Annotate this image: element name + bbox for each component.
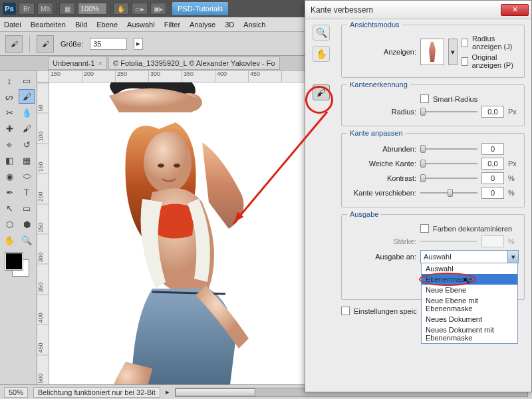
- ruler-vertical[interactable]: 50100150200250300350400450500: [37, 82, 49, 384]
- screenmode-button[interactable]: ▣▸: [150, 3, 166, 15]
- output-dropdown[interactable]: Auswahl ▾ Auswahl Ebenenmaske ↖ Neue Ebe…: [420, 250, 519, 263]
- view-extras-button[interactable]: ▦: [59, 3, 75, 15]
- menu-bearbeiten[interactable]: Bearbeiten: [31, 21, 66, 29]
- size-label: Größe:: [61, 40, 83, 48]
- zoom-level[interactable]: 100%: [78, 3, 107, 15]
- dialog-title: Kante verbessern: [308, 5, 501, 15]
- minibridge-button[interactable]: Mb: [37, 3, 53, 15]
- stamp-tool[interactable]: ⎆: [1, 137, 17, 152]
- path-tool[interactable]: ↖: [1, 201, 17, 215]
- radius-checkbox[interactable]: [462, 39, 468, 47]
- refine-edge-dialog: Kante verbessern ✕ 🔍 ✋ 🖌 Ansichtsmodus A…: [305, 0, 532, 392]
- dd-item-neues-dok-mask[interactable]: Neues Dokument mit Ebenenmaske: [422, 325, 517, 343]
- feather-value[interactable]: 0,0: [481, 158, 504, 170]
- adjust-panel: Kante anpassen Abrunden:0 Weiche Kante:0…: [341, 133, 525, 207]
- svg-point-2: [158, 164, 164, 168]
- tools-panel: ↕ ▭ ᔕ 🖌 ✂ 💧 ✚ 🖌 ⎆ ↺ ◧ ▦ ◉ ⬭ ✒ T ↖ ▭ ⬡ ⬢ …: [0, 70, 37, 384]
- history-brush-tool[interactable]: ↺: [19, 137, 35, 152]
- dd-item-neue-ebene-mask[interactable]: Neue Ebene mit Ebenenmaske: [422, 295, 517, 314]
- view-dropdown-arrow[interactable]: ▾: [448, 39, 458, 65]
- menu-auswahl[interactable]: Auswahl: [127, 21, 155, 29]
- menu-ansicht[interactable]: Ansich: [243, 21, 265, 29]
- move-tool[interactable]: ↕: [1, 73, 17, 88]
- viewmode-panel: Ansichtsmodus Anzeigen: ▾ Radius anzeige…: [341, 25, 525, 78]
- dd-item-ebenenmaske[interactable]: Ebenenmaske ↖: [422, 274, 517, 285]
- 3d-camera-tool[interactable]: ⬢: [19, 217, 35, 231]
- view-thumbnail[interactable]: [420, 39, 444, 65]
- chevron-down-icon[interactable]: ▾: [507, 251, 518, 263]
- pen-tool[interactable]: ✒: [1, 185, 17, 200]
- shift-value[interactable]: 0: [481, 187, 504, 199]
- quickselect-tool[interactable]: 🖌: [19, 89, 35, 104]
- size-input[interactable]: 35: [90, 38, 127, 50]
- app-icon: Ps: [3, 3, 16, 15]
- size-stepper[interactable]: ▸: [134, 38, 143, 50]
- brush-preset[interactable]: 🖌: [37, 35, 54, 53]
- smooth-slider[interactable]: [420, 144, 477, 154]
- smartradius-checkbox[interactable]: [420, 94, 429, 103]
- current-tool-icon[interactable]: 🖌: [5, 35, 23, 53]
- hand-tool-icon[interactable]: ✋: [313, 46, 330, 62]
- feather-slider[interactable]: [420, 158, 477, 169]
- decontaminate-checkbox[interactable]: [420, 224, 429, 233]
- menu-analyse[interactable]: Analyse: [190, 21, 215, 29]
- original-checkbox[interactable]: [462, 57, 468, 66]
- radius-value[interactable]: 0,0: [481, 106, 504, 118]
- type-tool[interactable]: T: [19, 185, 35, 200]
- radius-slider[interactable]: [420, 106, 477, 117]
- close-icon[interactable]: ×: [98, 59, 102, 67]
- dodge-tool[interactable]: ⬭: [19, 169, 35, 184]
- remember-label: Einstellungen speic: [354, 307, 417, 315]
- blur-tool[interactable]: ◉: [1, 169, 17, 184]
- arrange-button[interactable]: ▭▸: [132, 3, 148, 15]
- tutorials-tab[interactable]: PSD-Tutorials: [172, 2, 228, 15]
- output-panel: Ausgabe Farben dekontaminieren Stärke:% …: [341, 214, 525, 300]
- marquee-tool[interactable]: ▭: [19, 73, 35, 88]
- brush-tool[interactable]: 🖌: [19, 121, 35, 136]
- shift-slider[interactable]: [420, 188, 477, 198]
- contrast-value[interactable]: 0: [481, 172, 504, 184]
- output-dropdown-list: Auswahl Ebenenmaske ↖ Neue Ebene Neue Eb…: [421, 263, 518, 344]
- eyedropper-tool[interactable]: 💧: [19, 105, 35, 120]
- lasso-tool[interactable]: ᔕ: [1, 89, 17, 104]
- dd-item-neue-ebene[interactable]: Neue Ebene: [422, 285, 517, 295]
- status-zoom[interactable]: 50%: [4, 387, 28, 398]
- close-button[interactable]: ✕: [501, 4, 529, 16]
- edgedetect-panel: Kantenerkennung Smart-Radius Radius: 0,0…: [341, 84, 525, 126]
- menu-bild[interactable]: Bild: [75, 21, 87, 29]
- hand-button[interactable]: ✋: [113, 3, 129, 15]
- menu-filter[interactable]: Filter: [164, 21, 180, 29]
- eraser-tool[interactable]: ◧: [1, 153, 17, 168]
- zoom-tool-icon[interactable]: 🔍: [313, 25, 330, 41]
- refine-brush-icon[interactable]: 🖌: [313, 84, 330, 100]
- zoom-tool[interactable]: 🔍: [19, 233, 35, 247]
- status-message: Belichtung funktioniert nur bei 32-Bit: [33, 387, 160, 398]
- menu-datei[interactable]: Datei: [4, 21, 21, 29]
- remember-checkbox[interactable]: [341, 307, 350, 315]
- menu-ebene[interactable]: Ebene: [96, 21, 118, 29]
- doc-tab-2[interactable]: © Fotolia_13395920_L © Alexander Yakovle…: [108, 57, 280, 70]
- heal-tool[interactable]: ✚: [1, 121, 17, 136]
- dd-item-neues-dok[interactable]: Neues Dokument: [422, 314, 517, 325]
- svg-point-3: [174, 164, 180, 168]
- strength-slider: [420, 236, 477, 247]
- show-label: Anzeigen:: [347, 48, 416, 56]
- foreground-swatch[interactable]: [5, 253, 23, 270]
- bridge-button[interactable]: Br: [19, 3, 35, 15]
- dd-item-auswahl[interactable]: Auswahl: [422, 263, 517, 274]
- menu-3d[interactable]: 3D: [225, 21, 234, 29]
- doc-tab-1[interactable]: Unbenannt-1×: [48, 57, 107, 70]
- hand-tool[interactable]: ✋: [1, 233, 17, 247]
- dialog-titlebar[interactable]: Kante verbessern ✕: [305, 1, 531, 19]
- smooth-value[interactable]: 0: [481, 143, 504, 155]
- crop-tool[interactable]: ✂: [1, 105, 17, 120]
- color-swatches[interactable]: [5, 253, 32, 279]
- gradient-tool[interactable]: ▦: [19, 153, 35, 168]
- canvas-image: [49, 82, 329, 384]
- shape-tool[interactable]: ▭: [19, 201, 35, 215]
- svg-point-1: [144, 132, 192, 193]
- contrast-slider[interactable]: [420, 173, 477, 184]
- 3d-tool[interactable]: ⬡: [1, 217, 17, 231]
- ruler-origin[interactable]: [37, 70, 49, 82]
